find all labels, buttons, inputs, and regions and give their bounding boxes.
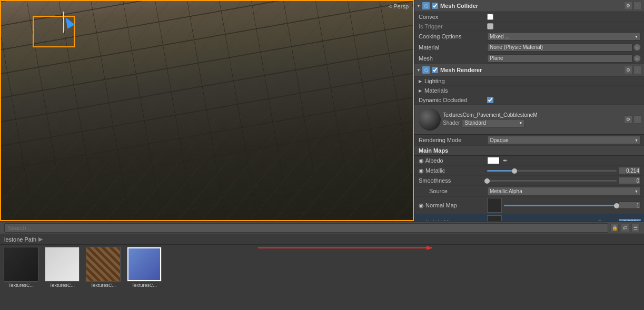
lighting-row[interactable]: ▶ Lighting <box>414 76 644 86</box>
metallic-label: ◉ Metallic <box>419 167 487 174</box>
convex-value <box>487 14 641 20</box>
tag-icon[interactable]: 🏷 <box>621 224 629 232</box>
asset-label: TexturesC... <box>3 283 39 288</box>
material-value: None (Physic Material) ○ <box>487 43 641 52</box>
list-item[interactable]: TexturesC... <box>84 247 122 288</box>
mesh-collider-title: Mesh Collider <box>440 3 624 9</box>
material-select-btn[interactable]: ○ <box>633 44 641 51</box>
material-info: TexturesCom_Pavement_CobblestoneM Shader… <box>443 112 624 127</box>
material-settings-icon[interactable]: ⚙ <box>624 115 632 124</box>
smoothness-slider[interactable] <box>487 180 617 182</box>
mesh-renderer-menu-icon[interactable]: ⋮ <box>633 66 642 74</box>
asset-thumbnail <box>86 247 121 282</box>
asset-grid: TexturesC... TexturesC... TexturesC... T… <box>0 245 644 308</box>
shader-label: Shader <box>443 120 460 126</box>
height-map-slider-thumb[interactable] <box>597 221 602 222</box>
viewport[interactable]: < Persp <box>0 0 414 221</box>
menu-icon[interactable]: ☰ <box>631 224 640 232</box>
source-dropdown[interactable]: Metallic Alpha <box>487 187 641 195</box>
asset-label: TexturesC... <box>44 283 81 288</box>
mesh-renderer-header[interactable]: ▼ ⬡ Mesh Renderer ⚙ ⋮ <box>414 64 644 76</box>
smoothness-slider-thumb[interactable] <box>484 178 490 184</box>
asset-label: TexturesC... <box>126 283 163 288</box>
mesh-renderer-title: Mesh Renderer <box>440 67 624 73</box>
normal-map-tex-slot[interactable] <box>487 198 502 213</box>
normal-map-value: 1 <box>487 198 641 213</box>
normal-map-slider[interactable] <box>504 205 617 206</box>
breadcrumb-arrow: ▶ <box>38 236 43 243</box>
asset-thumbnail <box>127 247 162 282</box>
main-maps-header: Main Maps <box>414 146 644 156</box>
dynamic-occluded-checkbox[interactable] <box>487 97 493 103</box>
dynamic-occluded-label: Dynamic Occluded <box>419 97 487 103</box>
mesh-renderer-enabled-checkbox[interactable] <box>432 67 438 73</box>
material-section-header: TexturesCom_Pavement_CobblestoneM Shader… <box>414 105 644 135</box>
viewport-label: < Persp <box>389 3 409 9</box>
shader-dropdown[interactable]: Standard <box>462 119 525 127</box>
metallic-slider-fill <box>487 170 514 172</box>
normal-map-value-text[interactable]: 1 <box>619 202 641 209</box>
mesh-collider-header-icons: ⚙ ⋮ <box>624 2 642 10</box>
metallic-value: 0.214 <box>487 167 641 174</box>
materials-label: Materials <box>424 87 493 94</box>
source-row: Source Metallic Alpha <box>414 186 644 197</box>
height-map-row: ◉ Height Map 0.0681 <box>414 214 644 221</box>
mesh-collider-header[interactable]: ▼ ⬡ Mesh Collider ⚙ ⋮ <box>414 0 644 12</box>
rendering-mode-value: Opaque <box>487 136 641 144</box>
viewport-scene <box>1 1 413 220</box>
mesh-collider-menu-icon[interactable]: ⋮ <box>633 2 642 10</box>
convex-label: Convex <box>419 14 487 20</box>
smoothness-slider-container: 0 <box>487 177 641 184</box>
albedo-color-swatch[interactable] <box>487 157 500 164</box>
search-input[interactable] <box>4 223 608 233</box>
mesh-collider-settings-icon[interactable]: ⚙ <box>624 2 632 10</box>
mesh-field: Plane <box>487 54 632 63</box>
rendering-mode-label: Rendering Mode <box>419 137 487 143</box>
materials-row[interactable]: ▶ Materials <box>414 86 644 95</box>
normal-map-slider-container: 1 <box>504 202 641 209</box>
smoothness-slider-value[interactable]: 0 <box>619 177 641 184</box>
mesh-label: Mesh <box>419 55 487 62</box>
metallic-slider-thumb[interactable] <box>512 168 517 174</box>
dynamic-occluded-row: Dynamic Occluded <box>414 95 644 105</box>
mesh-collider-enabled-checkbox[interactable] <box>432 3 438 9</box>
convex-row: Convex <box>414 12 644 22</box>
list-item[interactable]: TexturesC... <box>43 247 81 288</box>
is-trigger-checkbox <box>487 23 493 29</box>
list-item[interactable]: TexturesC... <box>2 247 40 288</box>
convex-checkbox[interactable] <box>487 14 493 20</box>
cooking-options-dropdown[interactable]: Mixed ... <box>487 32 641 41</box>
lighting-expand: ▶ <box>419 79 423 83</box>
mesh-value: Plane ○ <box>487 54 641 63</box>
lock-icon[interactable]: 🔒 <box>610 224 619 232</box>
material-row: Material None (Physic Material) ○ <box>414 42 644 53</box>
materials-expand: ▶ <box>419 88 423 93</box>
eyedropper-icon[interactable]: ✒ <box>503 157 508 164</box>
list-item[interactable]: TexturesC... <box>125 247 163 288</box>
metallic-slider-value[interactable]: 0.214 <box>619 167 641 174</box>
mesh-renderer-icon: ⬡ <box>422 66 430 74</box>
mesh-collider-icon: ⬡ <box>422 2 430 9</box>
thumb-dark-texture <box>4 247 38 281</box>
metallic-slider[interactable] <box>487 170 617 172</box>
thumb-blue-texture <box>127 247 161 281</box>
breadcrumb-text: lestone Path <box>4 236 36 243</box>
source-label: Source <box>419 188 487 194</box>
thumb-brown-texture <box>86 247 120 281</box>
cooking-options-value: Mixed ... <box>487 32 641 41</box>
rendering-mode-dropdown[interactable]: Opaque <box>487 136 641 144</box>
normal-map-slider-thumb[interactable] <box>614 203 619 208</box>
height-map-tex-slot[interactable] <box>487 215 502 221</box>
mesh-select-btn[interactable]: ○ <box>633 55 641 62</box>
metallic-slider-container: 0.214 <box>487 167 641 174</box>
asset-label: TexturesC... <box>85 283 122 288</box>
albedo-row: ◉ Albedo ✒ <box>414 156 644 166</box>
mesh-renderer-settings-icon[interactable]: ⚙ <box>624 66 632 74</box>
rendering-mode-row: Rendering Mode Opaque <box>414 135 644 146</box>
asset-thumbnail <box>45 247 80 282</box>
cooking-options-row: Cooking Options Mixed ... <box>414 31 644 42</box>
material-menu-icon[interactable]: ⋮ <box>633 115 642 124</box>
dynamic-occluded-value <box>487 97 641 103</box>
mesh-row: Mesh Plane ○ <box>414 53 644 64</box>
bottom-toolbar: 🔒 🏷 ☰ <box>0 222 644 234</box>
